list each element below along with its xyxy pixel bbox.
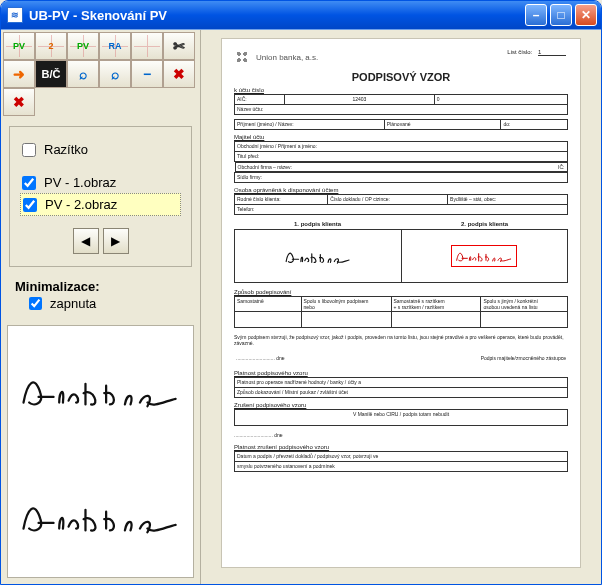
signature-2-svg <box>16 491 185 538</box>
chevron-right-icon: ▶ <box>111 234 120 248</box>
check-pv2-input[interactable] <box>23 198 37 212</box>
tb-ra[interactable]: RA <box>99 32 131 60</box>
check-pv2-label: PV - 2.obraz <box>45 197 117 212</box>
sig-box-2 <box>402 230 568 282</box>
sig2-header: 2. podpis klienta <box>401 221 568 227</box>
sig1-svg <box>283 246 353 265</box>
nav-next-button[interactable]: ▶ <box>103 228 129 254</box>
minimize-button[interactable]: – <box>525 4 547 26</box>
cancel-date-row: ............................ dne <box>234 432 568 438</box>
close-button[interactable]: ✕ <box>575 4 597 26</box>
tb-zoom-cancel[interactable]: ✖ <box>163 60 195 88</box>
check-pv1[interactable]: PV - 1.obraz <box>20 172 181 193</box>
left-panel: PV 2 PV RA ✄ ➜ B/Č ⌕ ⌕ − ✖ ✖ Razítko <box>1 30 201 584</box>
toolbar: PV 2 PV RA ✄ ➜ B/Č ⌕ ⌕ − ✖ ✖ <box>1 30 200 118</box>
check-minimalizace-label: zapnuta <box>50 296 96 311</box>
check-minimalizace-input[interactable] <box>29 297 42 310</box>
signature-2 <box>8 452 193 578</box>
minimalizace-title: Minimalizace: <box>15 279 186 294</box>
bank-logo-icon <box>234 49 250 65</box>
section-owner: Majitel účtu <box>234 134 568 140</box>
disp-table: Rodné číslo klienta: Číslo dokladu / OP … <box>234 194 568 215</box>
section-valid: Platnost podpisového vzoru <box>234 370 568 376</box>
check-razitko-input[interactable] <box>22 143 36 157</box>
check-pv2[interactable]: PV - 2.obraz <box>20 193 181 216</box>
check-pv1-label: PV - 1.obraz <box>44 175 116 190</box>
signature-preview <box>7 325 194 578</box>
list-number-value: 1 <box>538 49 566 56</box>
declaration: Svým podpisem stvrzuji, že podpisový vzo… <box>234 334 568 346</box>
tb-exit[interactable]: ➜ <box>3 60 35 88</box>
section-cancel: Zrušení podpisového vzoru <box>234 402 568 408</box>
owner-name-table: Příjmení (jméno) / Název: Plánované do: <box>234 119 568 130</box>
list-number: List číslo: 1 <box>507 49 566 56</box>
titlebar: ≋ UB-PV - Skenování PV – □ ✕ <box>1 1 601 29</box>
app-window: ≋ UB-PV - Skenování PV – □ ✕ PV 2 PV RA … <box>0 0 602 585</box>
sig-headers: 1. podpis klienta 2. podpis klienta <box>234 221 568 227</box>
document-area[interactable]: Union banka, a.s. List číslo: 1 PODPISOV… <box>201 30 601 584</box>
window-title: UB-PV - Skenování PV <box>29 8 525 23</box>
tb-zoom-move[interactable]: ✖ <box>3 88 35 116</box>
cancel-table: V Manilě nebo CIRU / podpis totam nebudi… <box>234 409 568 426</box>
signature-1-svg <box>16 365 185 412</box>
sig2-svg <box>454 247 514 264</box>
nav-row: ◀ ▶ <box>20 228 181 254</box>
tb-pv2[interactable]: PV <box>67 32 99 60</box>
date-sign-row: ............................ dne Podpis … <box>234 354 568 364</box>
check-razitko[interactable]: Razítko <box>20 139 181 160</box>
nav-prev-button[interactable]: ◀ <box>73 228 99 254</box>
tb-cut[interactable]: ✄ <box>163 32 195 60</box>
tb-pv[interactable]: PV <box>3 32 35 60</box>
check-pv1-input[interactable] <box>22 176 36 190</box>
app-icon: ≋ <box>7 7 23 23</box>
section-ways: Způsob podepisování <box>234 289 568 295</box>
zoom-cancel-icon: ✖ <box>173 66 185 82</box>
zoom-move-icon: ✖ <box>13 94 25 110</box>
check-razitko-label: Razítko <box>44 142 88 157</box>
valid-table: Platnost pro operace nadřízené hodnoty /… <box>234 377 568 398</box>
zoom-out-icon: − <box>143 66 151 82</box>
client-area: PV 2 PV RA ✄ ➜ B/Č ⌕ ⌕ − ✖ ✖ Razítko <box>1 29 601 584</box>
section-account: k účtu číslo <box>234 87 568 93</box>
tb-blank[interactable] <box>131 32 163 60</box>
tb-two[interactable]: 2 <box>35 32 67 60</box>
scissors-icon: ✄ <box>173 38 185 54</box>
check-minimalizace[interactable]: zapnuta <box>29 296 186 311</box>
options-box: Razítko PV - 1.obraz PV - 2.obraz ◀ ▶ <box>9 126 192 267</box>
sig1-header: 1. podpis klienta <box>234 221 401 227</box>
sig2-highlight <box>451 245 517 267</box>
exit-icon: ➜ <box>13 66 25 82</box>
maximize-button[interactable]: □ <box>550 4 572 26</box>
sig-box-1 <box>235 230 402 282</box>
owner-table: Obchodní jméno / Příjmení a jméno: Titul… <box>234 141 568 183</box>
tb-zoom-out[interactable]: − <box>131 60 163 88</box>
signature-1 <box>8 326 193 452</box>
tb-zoom-fit[interactable]: ⌕ <box>67 60 99 88</box>
chevron-left-icon: ◀ <box>81 234 90 248</box>
doc-title: PODPISOVÝ VZOR <box>234 71 568 83</box>
sig-boxes <box>234 229 568 283</box>
account-table: AIČ: 12403 0 Název účtu: <box>234 94 568 115</box>
cancel2-table: Datum a podpis / převzetí dokladů / podp… <box>234 451 568 472</box>
ways-table: Samostatně Spolu s libovolným podpisemne… <box>234 296 568 328</box>
section-disp: Osoba oprávněná k disponování účtem <box>234 187 568 193</box>
document-page: Union banka, a.s. List číslo: 1 PODPISOV… <box>221 38 581 568</box>
tb-zoom-100[interactable]: ⌕ <box>99 60 131 88</box>
window-buttons: – □ ✕ <box>525 4 597 26</box>
zoom-100-icon: ⌕ <box>111 66 119 82</box>
zoom-fit-icon: ⌕ <box>79 66 87 82</box>
tb-bw[interactable]: B/Č <box>35 60 67 88</box>
bank-name: Union banka, a.s. <box>256 53 318 62</box>
section-cancel2: Platnost zrušení podpisového vzoru <box>234 444 568 450</box>
